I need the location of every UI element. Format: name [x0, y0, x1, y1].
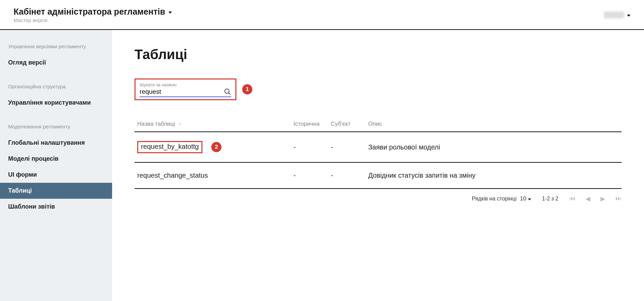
cell-description: Довідник статусів запитів на зміну [365, 162, 622, 189]
column-header-subject[interactable]: Суб'єкт [328, 117, 365, 132]
column-header-description[interactable]: Опис [365, 117, 622, 132]
main-content: Таблиці Шукати за назвою 1 [112, 30, 644, 301]
sidebar-item-ui-forms[interactable]: UI форми [0, 167, 112, 183]
chevron-down-icon [528, 198, 531, 200]
annotation-badge-2: 2 [211, 142, 221, 152]
page-title: Таблиці [135, 47, 622, 62]
search-icon[interactable] [224, 88, 231, 95]
svg-line-1 [229, 93, 231, 95]
header-title-row[interactable]: Кабінет адміністратора регламентів [14, 7, 172, 17]
app-subtitle: Мастер версія [14, 17, 172, 23]
rows-per-page-select[interactable]: 10 [520, 195, 531, 202]
page-first-icon[interactable]: ⏮ [569, 195, 575, 202]
sidebar-item-report-templates[interactable]: Шаблони звітів [0, 199, 112, 215]
sidebar-item-user-management[interactable]: Управління користувачами [0, 95, 112, 111]
app-header: Кабінет адміністратора регламентів Масте… [0, 0, 644, 30]
column-header-historic[interactable]: Історична [291, 117, 328, 132]
rows-per-page-value: 10 [520, 195, 526, 202]
cell-name[interactable]: request_change_status [135, 162, 291, 189]
cell-historic: - [291, 132, 328, 162]
table-header-row: Назва таблиці ↑ Історична Суб'єкт Опис [135, 117, 622, 132]
cell-name: request_by_katottg 2 [135, 132, 291, 162]
tables-table: Назва таблиці ↑ Історична Суб'єкт Опис r… [135, 117, 622, 189]
svg-point-0 [225, 89, 229, 93]
user-name-blurred [604, 12, 624, 18]
sidebar-section-label: Організаційна структура [0, 80, 112, 95]
cell-historic: - [291, 162, 328, 189]
sidebar: Управління версіями регламенту Огляд вер… [0, 30, 112, 301]
cell-subject: - [328, 162, 365, 189]
sidebar-item-global-settings[interactable]: Глобальні налаштування [0, 135, 112, 151]
column-header-name-label: Назва таблиці [137, 121, 175, 127]
annotation-badge-1: 1 [242, 84, 252, 94]
search-label: Шукати за назвою [140, 82, 231, 87]
header-right[interactable] [604, 12, 630, 18]
rows-per-page-label: Рядків на сторінці [472, 196, 517, 202]
sort-ascending-icon: ↑ [179, 121, 181, 127]
table-row[interactable]: request_change_status - - Довідник стату… [135, 162, 622, 189]
app-title: Кабінет адміністратора регламентів [14, 7, 165, 17]
cell-subject: - [328, 132, 365, 162]
sidebar-section-label: Моделювання регламенту [0, 120, 112, 135]
column-header-name[interactable]: Назва таблиці ↑ [135, 117, 291, 132]
sidebar-section-label: Управління версіями регламенту [0, 40, 112, 55]
pagination-range: 1-2 з 2 [542, 196, 558, 202]
search-row [140, 88, 231, 97]
chevron-down-icon[interactable] [168, 12, 172, 14]
sidebar-item-version-overview[interactable]: Огляд версії [0, 55, 112, 71]
search-input[interactable] [140, 88, 224, 95]
header-left: Кабінет адміністратора регламентів Масте… [14, 7, 172, 23]
table-row[interactable]: request_by_katottg 2 - - Заяви рольової … [135, 132, 622, 162]
chevron-down-icon[interactable] [627, 15, 630, 17]
pagination: Рядків на сторінці 10 1-2 з 2 ⏮ ◀ ▶ ⏭ [135, 195, 622, 202]
page-next-icon[interactable]: ▶ [601, 195, 605, 202]
cell-description: Заяви рольової моделі [365, 132, 622, 162]
page-prev-icon[interactable]: ◀ [586, 195, 590, 202]
search-field-highlight: Шукати за назвою 1 [135, 78, 236, 100]
sidebar-item-process-models[interactable]: Моделі процесів [0, 151, 112, 167]
pagination-nav: ⏮ ◀ ▶ ⏭ [569, 195, 622, 202]
layout: Управління версіями регламенту Огляд вер… [0, 30, 644, 301]
rows-per-page: Рядків на сторінці 10 [472, 195, 531, 202]
sidebar-item-tables[interactable]: Таблиці [0, 183, 112, 199]
page-last-icon[interactable]: ⏭ [615, 195, 622, 202]
cell-name-highlight[interactable]: request_by_katottg [137, 141, 202, 153]
